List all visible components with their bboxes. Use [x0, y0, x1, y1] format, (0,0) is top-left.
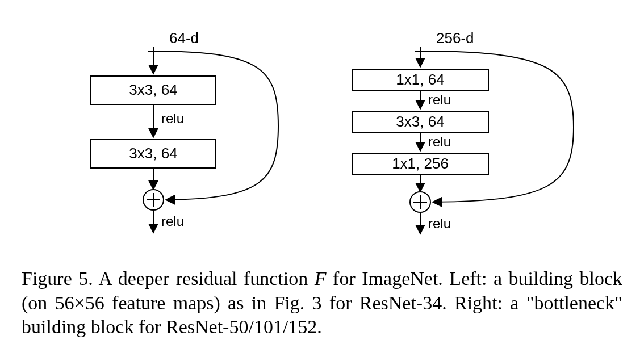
- right-relu-3: relu: [428, 216, 451, 231]
- left-relu-1: relu: [161, 111, 184, 126]
- left-relu-2: relu: [161, 213, 184, 229]
- right-add-node: [410, 192, 430, 212]
- caption-F: F: [315, 268, 327, 289]
- left-add-node: [143, 190, 164, 210]
- left-layer-2-text: 3x3, 64: [129, 145, 177, 162]
- right-relu-1: relu: [428, 92, 451, 107]
- figure-canvas: 64-d 3x3, 64 relu 3x3, 64 relu: [0, 0, 644, 361]
- left-input-label: 64-d: [169, 30, 199, 47]
- right-relu-2: relu: [428, 134, 451, 149]
- right-layer-2-text: 3x3, 64: [396, 113, 444, 130]
- left-layer-1-text: 3x3, 64: [129, 81, 177, 98]
- right-layer-3-text: 1x1, 256: [392, 155, 449, 172]
- right-diagram: 256-d 1x1, 64 relu 3x3, 64 relu 1x1, 256…: [324, 30, 596, 257]
- right-input-label: 256-d: [436, 30, 474, 47]
- left-diagram: 64-d 3x3, 64 relu 3x3, 64 relu: [68, 30, 307, 257]
- right-layer-1-text: 1x1, 64: [396, 71, 444, 88]
- caption-pre: Figure 5. A deeper residual function: [22, 268, 315, 289]
- figure-caption: Figure 5. A deeper residual function F f…: [22, 267, 622, 339]
